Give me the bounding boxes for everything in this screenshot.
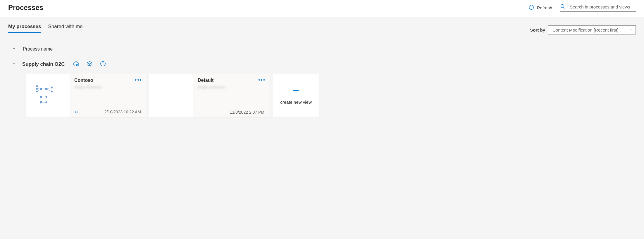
view-owner: Angie Andrews [198,85,264,89]
tab-my-processes[interactable]: My processes [8,24,41,33]
view-timestamp: 2/10/2023 10:22 AM [104,110,141,114]
view-timestamp: 11/8/2022 2:07 PM [230,110,264,115]
search-icon [560,4,566,10]
svg-point-22 [51,91,53,93]
svg-point-25 [40,101,42,103]
lock-icon [74,109,79,115]
view-card[interactable]: ••• Contoso Angie Andrews 2/10/2023 10:2… [26,74,146,117]
view-thumbnail [149,74,193,117]
svg-point-19 [40,88,42,90]
more-button[interactable]: ••• [258,77,266,83]
svg-point-0 [561,4,564,8]
create-new-view-button[interactable]: create new view [273,74,319,117]
svg-point-23 [40,96,42,98]
column-header-process-name: Process name [23,46,53,52]
svg-point-5 [103,63,103,63]
svg-point-16 [36,85,38,87]
chevron-down-icon [628,27,633,32]
sort-by-select[interactable]: Content Modification [Recent first] [548,25,636,34]
cloud-upload-icon[interactable] [73,60,79,68]
tab-shared-with-me[interactable]: Shared with me [48,24,82,33]
refresh-label: Refresh [537,5,552,10]
view-title: Contoso [74,78,141,83]
view-title: Default [198,78,264,83]
sort-by-value: Content Modification [Recent first] [552,27,618,32]
view-thumbnail [26,74,70,117]
package-icon[interactable] [86,60,93,68]
svg-point-24 [46,96,47,98]
svg-point-17 [36,88,38,90]
refresh-icon [528,4,534,11]
create-new-view-label: create new view [280,100,312,105]
view-card[interactable]: ••• Default Angie Andrews 11/8/2022 2:07… [149,74,269,117]
collapse-process-icon[interactable] [12,61,16,67]
plus-icon [292,86,300,96]
info-icon[interactable] [100,60,106,68]
page-title: Processes [8,4,43,12]
svg-point-21 [51,87,53,89]
view-owner: Angie Andrews [74,85,141,89]
process-name[interactable]: Supply chain O2C [22,61,65,67]
search-input[interactable] [569,4,636,10]
search-field[interactable] [560,4,636,12]
sort-by-label: Sort by [530,27,545,32]
more-button[interactable]: ••• [135,77,142,83]
svg-line-1 [564,7,565,8]
svg-point-20 [45,88,47,90]
svg-rect-27 [75,111,78,113]
refresh-button[interactable]: Refresh [528,4,552,11]
svg-point-18 [36,91,38,93]
svg-point-26 [46,101,47,103]
collapse-column-icon[interactable] [12,46,16,52]
